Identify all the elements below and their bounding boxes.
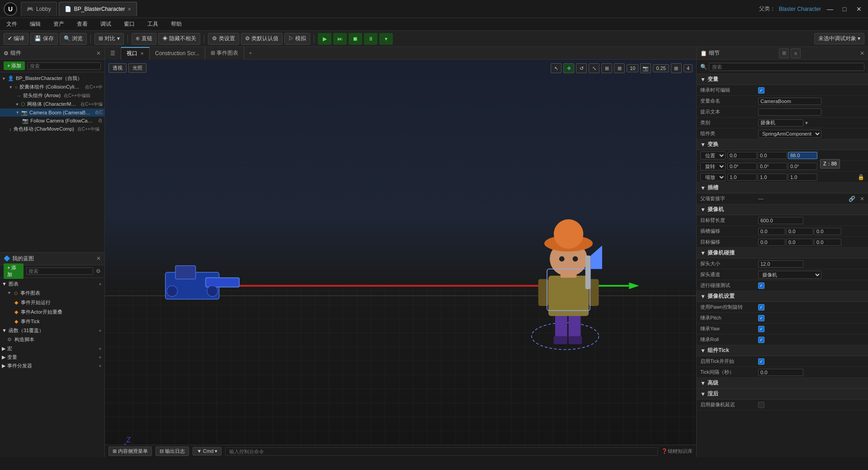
bp-section-eventdispatcher[interactable]: ▶ 事件分发器 ＋ [0,362,104,370]
blueprint-search-input[interactable] [26,268,93,275]
components-search-input[interactable] [28,62,101,70]
position-z[interactable] [788,152,817,159]
scale-y[interactable] [758,174,787,181]
console-input[interactable] [225,447,658,456]
select-rotation-type[interactable]: 旋转 [700,162,726,170]
scale-z[interactable] [788,174,817,181]
bp-event-tick[interactable]: ◆ 事件Tick [0,317,104,326]
class-settings-button[interactable]: ⚙ 类设置 [208,33,239,45]
viewport-tab-close[interactable]: ✕ [140,51,144,56]
section-comp-tick[interactable]: ▼ 组件Tick [697,345,868,356]
menu-window[interactable]: 窗口 [121,19,137,29]
bp-tab-close[interactable]: ✕ [127,7,131,12]
socket-offset-z[interactable] [814,228,841,235]
save-button[interactable]: 💾 保存 [30,33,57,45]
input-tick-interval[interactable] [758,369,803,376]
layer-button[interactable]: ⊞ [671,63,682,73]
socket-offset-y[interactable] [786,228,813,235]
move-tool-button[interactable]: ✛ [563,63,574,73]
tab-hamburger[interactable]: ☰ [105,47,121,60]
tab-lobby[interactable]: 🎮 Lobby [21,2,57,16]
section-transform[interactable]: ▼ 变换 [697,139,868,150]
section-after[interactable]: ▼ 渲后 [697,389,868,400]
tree-root[interactable]: ▼ 👤 BP_BlasterCharacter（自我） [0,74,104,83]
bp-func-add-icon[interactable]: ＋ [98,327,103,334]
rotation-y[interactable] [758,163,787,170]
components-add-button[interactable]: + 添加 [4,61,25,70]
bp-event-graph[interactable]: ▼ ◇ 事件图表 [0,288,104,298]
input-var-name[interactable] [758,98,821,105]
section-cam-settings[interactable]: ▼ 摄像机设置 [697,291,868,302]
debug-object-dropdown[interactable]: 未选中调试对象 ▾ [814,33,864,44]
target-offset-y[interactable] [786,239,813,246]
details-search-input[interactable] [709,63,864,71]
simulate-button[interactable]: ▷ 模拟 [284,33,310,45]
camera-speed-value[interactable]: 0.25 [653,64,669,72]
checkbox-camera-lag[interactable] [758,402,764,408]
tree-capsule[interactable]: ▼ ○ 胶囊体组件 (CollisionCylinder) 在C++中 [0,83,104,91]
play-next-button[interactable]: ⏭ [333,33,347,45]
transform-tool-button[interactable]: ⊞ [601,63,612,73]
rotate-tool-button[interactable]: ↺ [576,63,587,73]
section-advanced[interactable]: ▼ 高级 [697,378,868,389]
target-offset-x[interactable] [758,239,785,246]
close-button[interactable]: ✕ [854,4,864,14]
scale-x[interactable] [727,174,757,181]
details-layout-icon[interactable]: ⊞ [779,48,789,58]
parent-socket-link-icon[interactable]: 🔗 [849,196,855,202]
rotation-z[interactable] [788,163,817,170]
tree-mesh[interactable]: ▼ ⬡ 网格体 (CharacterMesh0) 在C++中编 [0,100,104,108]
minimize-button[interactable]: — [825,4,835,14]
input-category[interactable] [758,119,803,127]
target-offset-z[interactable] [814,239,841,246]
stop-button[interactable]: ⏹ [349,33,362,45]
compile-button[interactable]: ✔ 编译 [4,33,28,45]
section-variables[interactable]: ▼ 变量 [697,74,868,85]
section-camera[interactable]: ▼ 摄像机 [697,204,868,215]
scale-lock-icon[interactable]: 🔒 [858,174,864,180]
bp-graph-add-icon[interactable]: ＋ [98,281,103,287]
input-arm-length[interactable] [758,217,803,224]
checkbox-inherit-pitch[interactable]: ✓ [758,315,764,321]
menu-edit[interactable]: 编辑 [27,19,43,29]
grid-snap-value[interactable]: 10 [627,64,638,72]
maximize-button[interactable]: □ [839,4,850,14]
layer-value[interactable]: 4 [684,64,693,72]
bp-vars-add-icon[interactable]: ＋ [98,354,103,361]
tree-char-move[interactable]: ↕ 角色移动 (CharMoveComp) 在C++中编 [0,125,104,133]
tab-bp-blastercharacter[interactable]: 📄 BP_BlasterCharacter ✕ [59,2,137,16]
checkbox-inherit-editable[interactable]: ✓ [758,87,764,94]
menu-view[interactable]: 查看 [74,19,90,29]
camera-icon-btn[interactable]: 📷 [640,63,651,73]
bp-macro-add-icon[interactable]: ＋ [98,345,103,352]
position-x[interactable] [727,152,757,159]
blueprint-close[interactable]: ✕ [96,255,101,262]
socket-offset-x[interactable] [758,228,785,235]
direct-link-button[interactable]: ⊕ 直链 [132,33,156,45]
scale-tool-button[interactable]: ⤡ [589,63,599,73]
details-close[interactable]: ✕ [860,50,864,56]
checkbox-use-pawn-control[interactable]: ✓ [758,304,764,310]
menu-help[interactable]: 帮助 [168,19,184,29]
bp-event-beginplay[interactable]: ◆ 事件开始运行 [0,298,104,307]
tab-construction[interactable]: Construction Scr... [150,47,205,60]
bp-section-macro[interactable]: ▶ 宏 ＋ [0,344,104,353]
checkbox-tick-start[interactable]: ✓ [758,358,764,365]
select-position-type[interactable]: 位置 [700,151,726,160]
pause-button[interactable]: ⏸ [364,33,377,45]
viewport-perspective-button[interactable]: 透视 [108,63,127,73]
tab-viewport[interactable]: 视口 ✕ [121,47,150,60]
components-close[interactable]: ✕ [96,50,101,56]
output-log-button[interactable]: ⊟ 输出日志 [156,446,189,456]
viewport[interactable]: 透视 光照 ↖ ✛ ↺ ⤡ ⊞ ⊞ 10 📷 0.25 ⊞ 4 [105,60,696,445]
tree-camera-boom[interactable]: ▼ 📷 Camera Boom (CameraBoom) 在C [0,108,104,117]
grid-button[interactable]: ⊞ [614,63,625,73]
tab-add-button[interactable]: ＋ [244,49,257,57]
bp-construct-script[interactable]: ⚙ 构造脚本 [0,335,104,344]
menu-tools[interactable]: 工具 [145,19,161,29]
checkbox-inherit-roll[interactable]: ✓ [758,337,764,343]
browse-button[interactable]: 🔍 浏览 [60,33,87,45]
menu-debug[interactable]: 调试 [98,19,114,29]
select-scale-type[interactable]: 缩放 [700,173,726,181]
section-cam-collision[interactable]: ▼ 摄像机碰撞 [697,248,868,258]
